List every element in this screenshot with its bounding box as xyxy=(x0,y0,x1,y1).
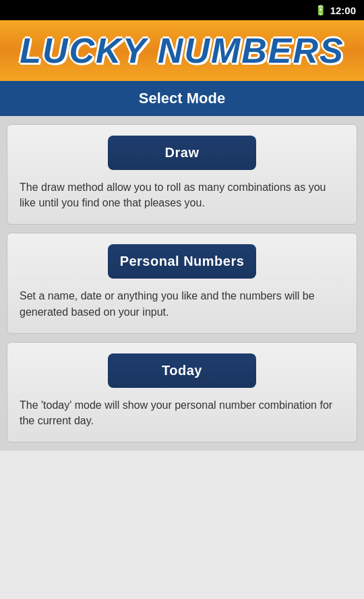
content-area: Draw The draw method allow you to roll a… xyxy=(0,116,364,451)
personal-numbers-button[interactable]: Personal Numbers xyxy=(108,244,256,279)
time-display: 12:00 xyxy=(330,5,356,16)
draw-button[interactable]: Draw xyxy=(108,136,256,170)
app-title: LUCKY NUMBERS xyxy=(20,30,344,71)
personal-numbers-description: Set a name, date or anything you like an… xyxy=(20,288,344,319)
draw-card: Draw The draw method allow you to roll a… xyxy=(7,124,357,225)
status-bar: 🔋 12:00 xyxy=(0,0,364,20)
draw-description: The draw method allow you to roll as man… xyxy=(20,179,344,210)
personal-numbers-card: Personal Numbers Set a name, date or any… xyxy=(7,233,357,333)
today-description: The 'today' mode will show your personal… xyxy=(20,397,344,428)
mode-header-label: Select Mode xyxy=(139,90,225,107)
app-header: LUCKY NUMBERS xyxy=(0,20,364,81)
today-button[interactable]: Today xyxy=(108,353,256,388)
today-card: Today The 'today' mode will show your pe… xyxy=(7,342,357,443)
battery-icon: 🔋 xyxy=(315,5,326,16)
mode-header: Select Mode xyxy=(0,81,364,116)
